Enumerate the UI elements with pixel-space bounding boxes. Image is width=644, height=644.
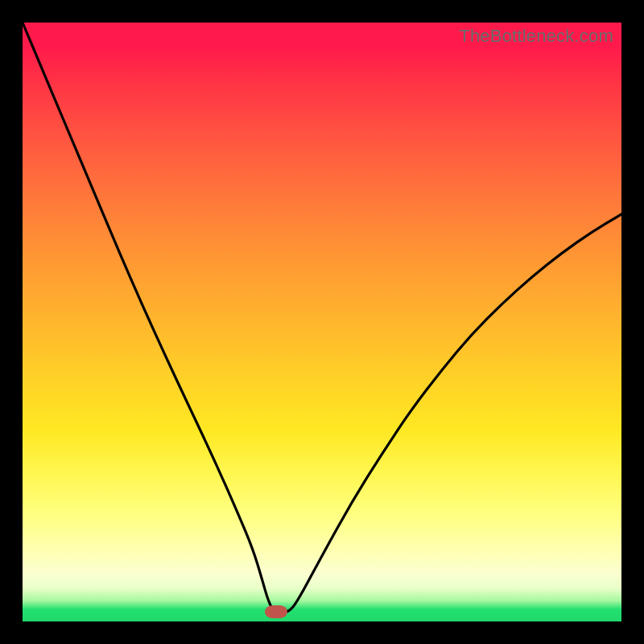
optimum-marker: [265, 605, 287, 618]
plot-area: TheBottleneck.com: [23, 23, 621, 621]
bottleneck-curve: [23, 23, 621, 621]
chart-frame: TheBottleneck.com: [0, 0, 644, 644]
curve-path: [23, 23, 621, 613]
